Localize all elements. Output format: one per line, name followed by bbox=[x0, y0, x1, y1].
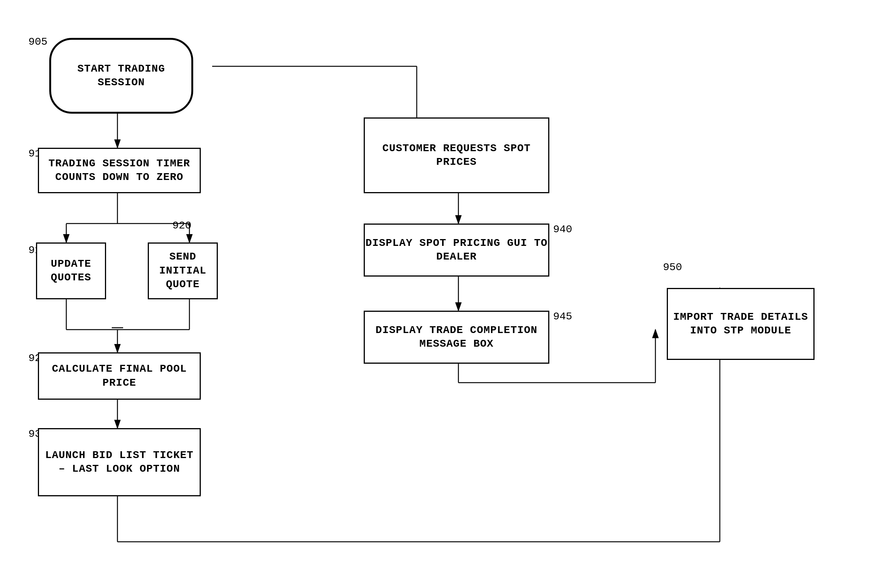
customer-requests-spot-prices: CUSTOMER REQUESTS SPOT PRICES bbox=[364, 117, 549, 193]
display-spot-pricing: DISPLAY SPOT PRICING GUI TO DEALER bbox=[364, 224, 549, 277]
ref-940: 940 bbox=[553, 224, 572, 235]
ref-945: 945 bbox=[553, 311, 572, 322]
import-trade-details: IMPORT TRADE DETAILS INTO STP MODULE bbox=[667, 288, 815, 360]
ref-905: 905 bbox=[28, 36, 47, 48]
calculate-final-pool-price: CALCULATE FINAL POOL PRICE bbox=[38, 352, 201, 400]
display-trade-completion: DISPLAY TRADE COMPLETION MESSAGE BOX bbox=[364, 311, 549, 364]
ref-950: 950 bbox=[663, 261, 682, 273]
trading-session-timer: TRADING SESSION TIMER COUNTS DOWN TO ZER… bbox=[38, 148, 201, 193]
diagram: 905 START TRADING SESSION 910 TRADING SE… bbox=[0, 0, 885, 588]
start-trading-session: START TRADING SESSION bbox=[49, 38, 193, 114]
ref-920: 920 bbox=[172, 220, 191, 231]
update-quotes: UPDATE QUOTES bbox=[36, 242, 106, 299]
launch-bid-list-ticket: LAUNCH BID LIST TICKET – LAST LOOK OPTIO… bbox=[38, 428, 201, 496]
send-initial-quote: SEND INITIAL QUOTE bbox=[148, 242, 218, 299]
